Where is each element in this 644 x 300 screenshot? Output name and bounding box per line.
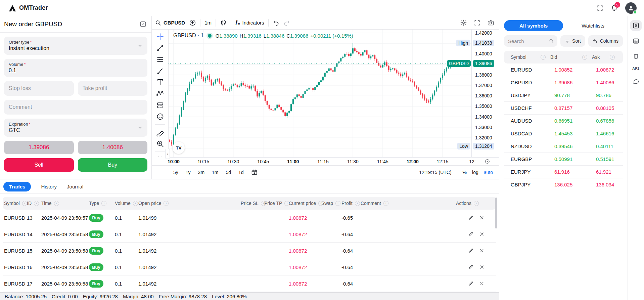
percent-scale-button[interactable]: % <box>463 170 467 175</box>
scroll-to-realtime-icon[interactable] <box>485 159 490 164</box>
edit-trade-pencil-icon[interactable] <box>468 281 473 286</box>
zoom-in-tool-icon[interactable] <box>155 139 166 149</box>
close-trade-x-icon[interactable] <box>479 265 484 269</box>
info-icon[interactable]: i <box>582 55 587 60</box>
symbol-row[interactable]: USDJPY 90.778 90.786 <box>504 89 623 102</box>
magnet-tool-icon[interactable] <box>155 155 166 157</box>
edit-trade-pencil-icon[interactable] <box>468 231 473 237</box>
symbol-row[interactable]: USDCHF 0.87157 0.88105 <box>504 102 623 115</box>
chart-settings-gear-icon[interactable] <box>460 19 467 26</box>
info-icon[interactable]: i <box>164 201 169 206</box>
symbol-row[interactable]: EURUSD 1.00852 1.00872 <box>504 63 623 76</box>
info-icon[interactable]: i <box>101 201 106 206</box>
info-icon[interactable]: i <box>541 55 546 60</box>
hide-drawing-toolbar-icon[interactable]: ‹ <box>165 149 170 159</box>
news-icon[interactable] <box>630 36 642 46</box>
symbol-row[interactable]: AUDUSD 0.66951 0.67856 <box>504 115 623 127</box>
pattern-tool-icon[interactable] <box>155 89 166 99</box>
trades-header[interactable]: IDi <box>27 201 41 206</box>
trades-header[interactable]: Open pricei <box>138 201 241 206</box>
edit-trade-pencil-icon[interactable] <box>468 215 473 220</box>
trades-header[interactable]: Symboli <box>4 201 27 206</box>
chart-fullscreen-icon[interactable] <box>474 19 480 26</box>
info-icon[interactable]: i <box>383 201 388 206</box>
trade-row[interactable]: EURUSD 15 2025-04-09 23:50:58 Buy 0.1 1.… <box>3 243 496 259</box>
fib-lines-tool-icon[interactable] <box>155 54 166 65</box>
info-icon[interactable]: i <box>133 201 138 206</box>
market-watch-icon[interactable] <box>630 20 642 31</box>
trades-scrollbar[interactable] <box>495 198 497 228</box>
info-icon[interactable]: i <box>22 201 27 206</box>
symbol-row[interactable]: GBPUSD 1.39086 1.40086 <box>504 76 623 89</box>
trades-header[interactable]: Price TPi <box>264 201 289 206</box>
close-trade-x-icon[interactable] <box>479 248 484 253</box>
forecast-tool-icon[interactable] <box>155 100 166 110</box>
trade-row[interactable]: EURUSD 14 2025-04-09 23:50:58 Buy 0.1 1.… <box>3 226 496 243</box>
symbol-row[interactable]: EURJPY 61.916 61.921 <box>504 166 623 178</box>
symbols-header-bid[interactable]: Bidi <box>550 54 592 60</box>
columns-button[interactable]: Columns <box>588 35 623 47</box>
trades-header[interactable]: Current pricei <box>289 201 321 206</box>
comment-field[interactable] <box>4 100 147 115</box>
info-icon[interactable]: i <box>355 201 360 206</box>
comment-input[interactable] <box>9 104 143 110</box>
time-axis[interactable]: ‹ 10:0010:1510:3010:4511:0011:1511:3011:… <box>169 157 499 165</box>
price-axis[interactable]: 1.420001.400001.380001.370001.360001.350… <box>472 30 499 157</box>
volume-field[interactable]: Volume* 0.1 <box>4 59 147 77</box>
screenshot-camera-icon[interactable] <box>487 19 494 26</box>
range-5d[interactable]: 5d <box>226 170 231 175</box>
fullscreen-icon[interactable] <box>597 5 603 11</box>
trades-header[interactable]: Swapi <box>321 201 341 206</box>
range-3m[interactable]: 3m <box>198 170 204 175</box>
symbol-search-input[interactable] <box>508 38 549 44</box>
symbols-header-ask[interactable]: Aski <box>592 54 619 60</box>
avatar[interactable] <box>625 2 637 14</box>
symbol-search-box[interactable] <box>504 35 557 47</box>
chart-canvas[interactable]: GBPUSD · 1 O1.38890 H1.39316 L1.38846 C1… <box>169 30 499 157</box>
buy-button[interactable]: Buy <box>78 158 148 172</box>
info-icon[interactable]: i <box>54 201 59 206</box>
range-1m[interactable]: 1m <box>212 170 218 175</box>
symbol-row[interactable]: USDCAD 1.45453 1.46616 <box>504 127 623 140</box>
crosshair-tool-icon[interactable] <box>155 32 166 42</box>
stop-loss-field[interactable] <box>4 81 74 96</box>
trade-row[interactable]: EURUSD 13 2025-04-09 23:50:57 Buy 0.1 1.… <box>3 210 496 226</box>
collapse-panel-icon[interactable] <box>139 20 147 28</box>
expiration-select[interactable]: Expiration* GTC <box>4 119 147 137</box>
book-icon[interactable] <box>630 51 642 62</box>
trade-row[interactable]: EURUSD 16 2025-04-09 23:50:58 Buy 0.1 1.… <box>3 259 496 275</box>
tab-journal[interactable]: Journal <box>67 184 83 189</box>
symbols-header-symbol[interactable]: Symboli <box>511 54 550 60</box>
take-profit-input[interactable] <box>83 85 143 91</box>
trades-header[interactable]: Volumei <box>115 201 138 206</box>
stop-loss-input[interactable] <box>9 85 69 91</box>
close-trade-x-icon[interactable] <box>479 215 484 220</box>
range-1d[interactable]: 1d <box>238 170 244 175</box>
notifications-bell-icon[interactable]: 5 <box>611 4 618 11</box>
trades-header[interactable]: Price SLi <box>241 201 264 206</box>
order-type-select[interactable]: Order type* Instant execution <box>4 37 147 55</box>
info-icon[interactable]: i <box>335 201 340 206</box>
range-5y[interactable]: 5y <box>173 170 178 175</box>
symbol-search[interactable]: GBPUSD <box>155 20 185 26</box>
chat-icon[interactable] <box>630 76 642 87</box>
interval-button[interactable]: 1m <box>204 20 212 26</box>
emoji-tool-icon[interactable] <box>155 112 166 122</box>
info-icon[interactable]: i <box>34 201 39 206</box>
trades-header[interactable]: Commenti <box>361 201 456 206</box>
add-symbol-icon[interactable] <box>189 19 196 26</box>
clock-utc[interactable]: 12:19:15 (UTC) <box>419 170 451 175</box>
go-to-date-icon[interactable] <box>251 169 258 175</box>
buy-price-button[interactable]: 1.40086 <box>78 141 148 154</box>
redo-icon[interactable] <box>283 19 290 26</box>
tab-history[interactable]: History <box>41 184 57 189</box>
symbol-row[interactable]: GBPJPY 136.025 136.034 <box>504 178 623 191</box>
edit-trade-pencil-icon[interactable] <box>468 248 473 253</box>
edit-trade-pencil-icon[interactable] <box>468 264 473 270</box>
tab-trades[interactable]: Trades <box>3 182 31 191</box>
close-trade-x-icon[interactable] <box>479 232 484 237</box>
tab-all-symbols[interactable]: All symbols <box>504 20 563 31</box>
sell-price-button[interactable]: 1.39086 <box>4 141 74 154</box>
trades-header[interactable]: Profiti <box>341 201 361 206</box>
sell-button[interactable]: Sell <box>4 158 74 172</box>
